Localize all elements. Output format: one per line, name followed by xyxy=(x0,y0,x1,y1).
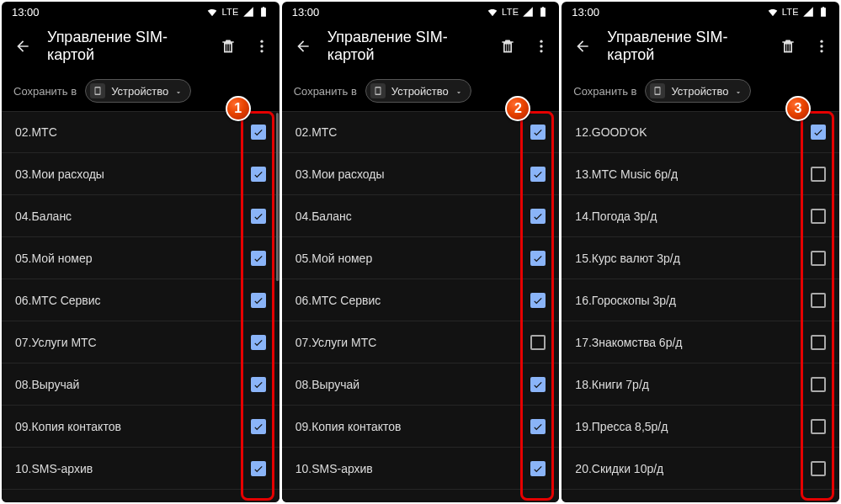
checkbox[interactable] xyxy=(811,461,826,476)
checkbox[interactable] xyxy=(811,167,826,182)
list-item[interactable]: 15.Курс валют 3р/д xyxy=(562,237,839,279)
list-item[interactable]: 08.Выручай xyxy=(2,363,279,406)
chevron-down-icon xyxy=(734,87,743,95)
checkbox[interactable] xyxy=(251,125,266,140)
list-item-label: 15.Курс валют 3р/д xyxy=(575,252,680,265)
checkbox[interactable] xyxy=(811,293,826,308)
trash-button[interactable] xyxy=(779,37,797,56)
list-item[interactable]: 13.МТС Music 6р/д xyxy=(562,153,839,195)
network-label: LTE xyxy=(221,7,238,17)
list-item[interactable]: 10.SMS-архив xyxy=(282,448,560,490)
list-item[interactable]: 09.Копия контактов xyxy=(282,406,560,448)
checkbox[interactable] xyxy=(251,167,266,182)
checkbox[interactable] xyxy=(251,293,266,308)
list-item[interactable]: 07.Услуги МТС xyxy=(2,321,279,363)
page-title: Управление SIM-картой xyxy=(47,29,204,64)
list-item-label: 04.Баланс xyxy=(15,210,72,223)
list-item-label: 09.Копия контактов xyxy=(15,420,121,433)
checkbox[interactable] xyxy=(811,419,826,434)
list-item[interactable]: 16.Гороскопы 3р/д xyxy=(562,279,839,321)
overflow-button[interactable] xyxy=(532,37,551,56)
checkbox[interactable] xyxy=(251,335,266,350)
checkbox[interactable] xyxy=(530,209,546,224)
list-item-label: 04.Баланс xyxy=(295,210,352,223)
list-item[interactable]: 20.Скидки 10р/д xyxy=(562,448,839,490)
back-button[interactable] xyxy=(294,37,312,56)
list-item[interactable]: 07.Услуги МТС xyxy=(282,321,560,363)
svg-point-5 xyxy=(540,50,543,52)
list-item-label: 19.Пресса 8,5р/д xyxy=(575,420,668,433)
checkbox[interactable] xyxy=(251,251,266,266)
save-label: Сохранить в xyxy=(13,85,77,98)
checkbox[interactable] xyxy=(251,377,266,392)
list-item-label: 09.Копия контактов xyxy=(295,420,402,433)
checkbox[interactable] xyxy=(811,125,826,140)
list-item[interactable]: 04.Баланс xyxy=(2,195,279,237)
checkbox[interactable] xyxy=(530,377,546,392)
checkbox[interactable] xyxy=(811,209,826,224)
list-item[interactable]: 17.Знакомства 6р/д xyxy=(562,321,839,363)
list-item[interactable]: 04.Баланс xyxy=(282,195,560,237)
battery-icon xyxy=(258,6,269,18)
checkbox[interactable] xyxy=(811,377,826,392)
trash-button[interactable] xyxy=(498,37,517,56)
svg-point-1 xyxy=(260,45,263,47)
list-item-label: 07.Услуги МТС xyxy=(295,336,377,349)
overflow-button[interactable] xyxy=(812,37,831,56)
network-label: LTE xyxy=(502,7,519,17)
contact-list[interactable]: 02.МТС03.Мои расходы04.Баланс05.Мой номе… xyxy=(2,111,279,502)
save-target-chip[interactable]: Устройство xyxy=(85,79,191,103)
checkbox[interactable] xyxy=(251,209,266,224)
checkbox[interactable] xyxy=(530,125,546,140)
status-bar: 13:00 LTE xyxy=(562,2,839,20)
checkbox[interactable] xyxy=(530,461,546,476)
list-item[interactable]: 03.Мои расходы xyxy=(282,153,560,195)
chip-label: Устройство xyxy=(111,85,168,98)
checkbox[interactable] xyxy=(251,461,266,476)
checkbox[interactable] xyxy=(251,419,266,434)
status-icons: LTE xyxy=(767,6,829,18)
list-item[interactable]: 06.МТС Сервис xyxy=(282,279,560,321)
list-item[interactable]: 06.МТС Сервис xyxy=(2,279,279,321)
list-item-label: 08.Выручай xyxy=(295,378,359,391)
trash-button[interactable] xyxy=(219,37,237,56)
scrollbar[interactable] xyxy=(276,113,279,281)
list-item[interactable]: 03.Мои расходы xyxy=(2,153,279,195)
signal-icon xyxy=(522,6,534,18)
back-button[interactable] xyxy=(13,37,32,56)
list-item-label: 08.Выручай xyxy=(15,378,79,391)
list-item[interactable]: 09.Копия контактов xyxy=(2,406,279,448)
list-item-label: 03.Мои расходы xyxy=(15,167,104,181)
checkbox[interactable] xyxy=(530,293,546,308)
checkbox[interactable] xyxy=(530,167,546,182)
list-item[interactable]: 19.Пресса 8,5р/д xyxy=(562,406,839,448)
status-time: 13:00 xyxy=(12,6,40,19)
list-item-label: 02.МТС xyxy=(15,125,57,139)
status-bar: 13:00 LTE xyxy=(2,2,279,20)
checkbox[interactable] xyxy=(530,251,546,266)
list-item-label: 16.Гороскопы 3р/д xyxy=(575,294,676,307)
checkbox[interactable] xyxy=(530,335,546,350)
list-item[interactable]: 14.Погода 3р/д xyxy=(562,195,839,237)
list-item[interactable]: 05.Мой номер xyxy=(2,237,279,279)
list-item[interactable]: 08.Выручай xyxy=(282,363,560,406)
contact-list[interactable]: 12.GOOD'OK13.МТС Music 6р/д14.Погода 3р/… xyxy=(562,111,839,502)
wifi-icon xyxy=(767,6,779,18)
overflow-button[interactable] xyxy=(253,37,271,56)
save-target-chip[interactable]: Устройство xyxy=(365,79,471,103)
list-item-label: 14.Погода 3р/д xyxy=(575,210,657,223)
list-item[interactable]: 10.SMS-архив xyxy=(2,448,279,490)
list-item[interactable]: 05.Мой номер xyxy=(282,237,560,279)
list-item-label: 12.GOOD'OK xyxy=(575,125,647,139)
annotation-badge: 3 xyxy=(785,96,811,121)
checkbox[interactable] xyxy=(811,251,826,266)
back-button[interactable] xyxy=(573,37,592,56)
list-item[interactable]: 18.Книги 7р/д xyxy=(562,363,839,406)
signal-icon xyxy=(802,6,814,18)
checkbox[interactable] xyxy=(811,335,826,350)
signal-icon xyxy=(242,6,254,18)
save-target-chip[interactable]: Устройство xyxy=(645,79,751,103)
checkbox[interactable] xyxy=(530,419,546,434)
contact-list[interactable]: 02.МТС03.Мои расходы04.Баланс05.Мой номе… xyxy=(282,111,560,502)
list-item-label: 10.SMS-архив xyxy=(15,462,93,475)
